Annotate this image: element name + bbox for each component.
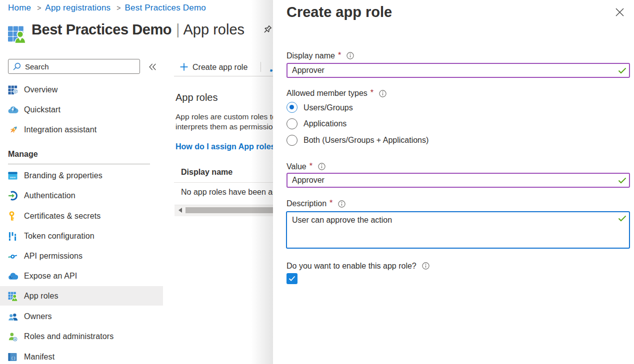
svg-text:(): () <box>11 356 16 360</box>
svg-text:www: www <box>10 176 16 179</box>
